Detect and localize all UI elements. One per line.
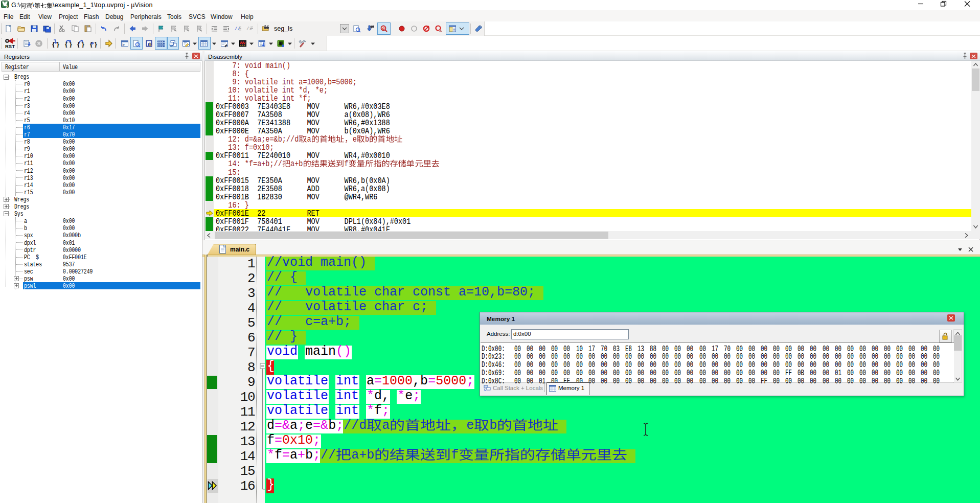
svg-text:5: 5 — [6, 5, 8, 8]
svg-text:>: > — [122, 42, 125, 47]
svg-text:/x: /x — [246, 27, 252, 32]
svg-text:d: d — [382, 26, 385, 31]
svg-text://: // — [235, 27, 240, 32]
svg-text:RST: RST — [5, 43, 15, 49]
svg-text:S: S — [149, 42, 152, 47]
